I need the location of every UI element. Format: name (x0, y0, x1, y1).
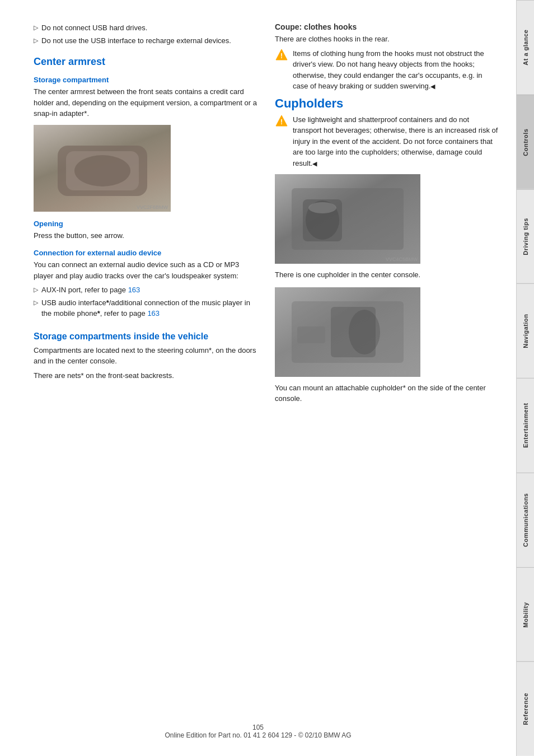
svg-point-13 (349, 310, 380, 354)
usb-audio-page-link[interactable]: 163 (147, 309, 160, 318)
sidebar-tab-at-a-glance[interactable]: At a glance (517, 0, 534, 95)
bullet-usb-harddrives: ▷ Do not connect USB hard drives. (34, 22, 258, 34)
armrest-image: VVC2F6BMW (34, 125, 171, 212)
opening-body: Press the button, see arrow. (34, 230, 258, 241)
right-column: Coupe: clothes hooks There are clothes h… (275, 22, 499, 734)
warning-icon-2: ! (275, 114, 288, 128)
cupholder-image-1: VVC4C5BMW (275, 174, 420, 264)
left-column: ▷ Do not connect USB hard drives. ▷ Do n… (34, 22, 258, 734)
sidebar-tab-mobility[interactable]: Mobility (517, 567, 534, 662)
sidebar-tab-driving-tips[interactable]: Driving tips (517, 189, 534, 284)
sidebar-tab-entertainment[interactable]: Entertainment (517, 378, 534, 473)
storage-inside-title: Storage compartments inside the vehicle (34, 332, 258, 342)
clothes-hooks-warning: ! Items of clothing hung from the hooks … (275, 48, 499, 92)
cupholder-img-svg-2 (286, 296, 409, 368)
storage-compartment-subtitle: Storage compartment (34, 76, 258, 84)
sidebar-tab-reference[interactable]: Reference (517, 661, 534, 756)
armrest-image-label: VVC2F6BMW (137, 204, 168, 210)
page-container: ▷ Do not connect USB hard drives. ▷ Do n… (0, 0, 534, 756)
page-footer: 105 Online Edition for Part no. 01 41 2 … (0, 724, 516, 739)
svg-point-10 (308, 202, 336, 213)
connection-audio-body: You can connect an external audio device… (34, 259, 258, 281)
svg-text:!: ! (280, 52, 283, 60)
center-armrest-title: Center armrest (34, 56, 258, 68)
clothes-hooks-warning-text: Items of clothing hung from the hooks mu… (293, 48, 499, 92)
warning-triangle-svg: ! (275, 48, 288, 62)
clothes-hooks-title: Coupe: clothes hooks (275, 22, 499, 31)
bullet-usb-recharge: ▷ Do not use the USB interface to rechar… (34, 35, 258, 46)
cupholders-warning: ! Use lightweight and shatterproof conta… (275, 114, 499, 169)
svg-rect-14 (297, 326, 325, 343)
cupholders-warning-text: Use lightweight and shatterproof contain… (293, 114, 499, 169)
bullet-arrow-icon: ▷ (34, 285, 38, 295)
aux-page-link[interactable]: 163 (128, 286, 140, 294)
svg-point-2 (74, 155, 130, 186)
storage-compartment-body: The center armrest between the front sea… (34, 86, 258, 119)
warning-icon: ! (275, 48, 288, 62)
cupholders-title: Cupholders (275, 96, 499, 111)
sidebar-tab-controls[interactable]: Controls (517, 95, 534, 189)
main-content: ▷ Do not connect USB hard drives. ▷ Do n… (0, 0, 516, 756)
connection-audio-subtitle: Connection for external audio device (34, 249, 258, 257)
sidebar-tab-communications[interactable]: Communications (517, 473, 534, 567)
cupholder-caption-1: There is one cupholder in the center con… (275, 269, 499, 281)
cupholder-caption-2: You can mount an attachable cupholder* o… (275, 382, 499, 404)
bullet-usb-audio: ▷ USB audio interface*/additional connec… (34, 297, 258, 319)
footer-text: Online Edition for Part no. 01 41 2 604 … (165, 731, 351, 739)
sidebar-tab-navigation[interactable]: Navigation (517, 283, 534, 378)
armrest-image-svg (46, 134, 158, 202)
bullet-arrow-icon: ▷ (34, 23, 38, 32)
storage-inside-body1: Compartments are located next to the ste… (34, 345, 258, 367)
cupholder-image-2-label: VPC00F3VS (389, 370, 418, 375)
svg-text:!: ! (280, 118, 283, 126)
warning-triangle-svg-2: ! (275, 114, 288, 128)
cupholder-image-2: VPC00F3VS (275, 287, 420, 377)
bullet-arrow-icon: ▷ (34, 36, 38, 45)
opening-subtitle: Opening (34, 220, 258, 228)
storage-inside-body2: There are nets* on the front-seat backre… (34, 370, 258, 381)
bullet-aux: ▷ AUX-IN port, refer to page 163 (34, 284, 258, 296)
cupholder-image-1-label: VVC4C5BMW (386, 256, 418, 262)
sidebar: At a glance Controls Driving tips Naviga… (516, 0, 534, 756)
bullet-arrow-icon: ▷ (34, 298, 38, 307)
cupholder-img-svg (286, 183, 409, 255)
page-number: 105 (252, 724, 264, 731)
clothes-hooks-body: There are clothes hooks in the rear. (275, 34, 499, 45)
